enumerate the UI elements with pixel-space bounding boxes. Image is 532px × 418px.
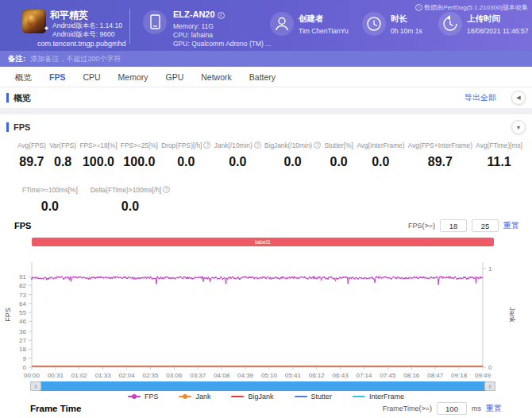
export-all-link[interactable]: 导出全部 — [465, 92, 496, 103]
metric-value: 100.0 — [79, 155, 117, 169]
svg-text:05:10: 05:10 — [261, 372, 278, 379]
help-icon[interactable]: ? — [203, 141, 210, 149]
help-icon[interactable]: ? — [163, 186, 170, 193]
frame-time-unit: ms — [472, 404, 481, 412]
svg-text:04:08: 04:08 — [214, 372, 230, 379]
fps-threshold-controls: FPS(>=) 重置 — [408, 219, 519, 232]
fps-panel-header: FPS ▼ — [0, 119, 532, 135]
svg-text:08:47: 08:47 — [427, 372, 444, 379]
overview-title: 概览 — [13, 92, 31, 104]
fps-threshold-input-1[interactable] — [440, 219, 467, 232]
legend-item-stutter[interactable]: Stutter — [295, 393, 333, 401]
legend-item-fps[interactable]: FPS — [128, 393, 159, 401]
metric-cell: FPS>=18[%]100.0 — [79, 141, 117, 169]
tab-battery[interactable]: Battery — [241, 67, 284, 87]
fps-chart-header: FPS FPS(>=) 重置 — [0, 218, 532, 234]
tab-network[interactable]: Network — [192, 67, 241, 87]
app-icon — [22, 10, 46, 33]
metric-label: Avg(FPS+InterFrame) — [408, 141, 472, 149]
svg-text:00:31: 00:31 — [48, 372, 64, 379]
info-icon: i — [415, 4, 422, 11]
device-memory: Memory: 11G — [173, 22, 214, 30]
section-accent-bar — [6, 122, 9, 132]
tab-fps[interactable]: FPS — [40, 67, 74, 87]
legend-item-bigjank[interactable]: BigJank — [231, 393, 273, 401]
collapse-left-button[interactable]: ◀ — [511, 91, 526, 105]
metrics-row-2: FTime>=100ms[%]0.0Delta(FTime)>100ms[/h]… — [22, 186, 170, 214]
frame-time-title: Frame Time — [30, 404, 81, 413]
legend-marker — [353, 396, 365, 397]
svg-text:06:43: 06:43 — [333, 372, 349, 379]
svg-text:07:14: 07:14 — [357, 372, 373, 379]
frame-time-threshold-controls: FrameTime(>=) ms 重置 — [383, 402, 502, 415]
svg-text:05:41: 05:41 — [285, 372, 302, 379]
fps-threshold-label: FPS(>=) — [408, 222, 435, 230]
svg-text:03:06: 03:06 — [166, 372, 183, 379]
chart-scrollbar[interactable]: || || — [30, 381, 495, 391]
scrollbar-handle-right[interactable]: || — [484, 381, 495, 391]
svg-text:02:04: 02:04 — [119, 372, 136, 379]
legend-label: Jank — [195, 393, 210, 401]
svg-text:46: 46 — [19, 318, 26, 325]
upload-time-value: 18/08/2021 11:46:57 — [467, 27, 528, 35]
svg-text:55: 55 — [19, 309, 26, 316]
svg-text:02:35: 02:35 — [142, 372, 159, 379]
frame-time-reset-link[interactable]: 重置 — [486, 403, 502, 414]
frame-time-threshold-label: FrameTime(>=) — [383, 404, 432, 412]
metric-label: FPS>=18[%] — [79, 141, 117, 149]
fps-chart-title: FPS — [14, 221, 31, 230]
tab-memory[interactable]: Memory — [110, 67, 157, 87]
device-info-icon[interactable]: i — [218, 12, 225, 19]
metric-value: 100.0 — [121, 155, 158, 169]
metric-value: 0.0 — [161, 155, 210, 169]
clock-icon — [362, 12, 386, 36]
tab-overview[interactable]: 概览 — [6, 67, 40, 87]
duration-label: 时长 — [391, 14, 407, 25]
help-icon[interactable]: ? — [254, 141, 261, 149]
svg-text:07:45: 07:45 — [380, 372, 396, 379]
scrollbar-handle-left[interactable]: || — [30, 381, 41, 391]
svg-text:9: 9 — [23, 355, 27, 362]
legend-label: Stutter — [311, 393, 333, 401]
svg-text:08:16: 08:16 — [403, 372, 420, 379]
metric-cell: BigJank(/10min)?0.0 — [264, 141, 321, 169]
device-gpu: GPU: Qualcomm Adreno (TM) ... — [173, 40, 271, 48]
metric-label: FTime>=100ms[%] — [22, 186, 78, 194]
fps-panel: FPS ▼ Avg(FPS)89.7Var(FPS)0.8FPS>=18[%]1… — [0, 114, 532, 418]
device-cpu: CPU: lahaina — [173, 31, 213, 39]
legend-item-jank[interactable]: Jank — [179, 393, 210, 401]
collapse-panel-button[interactable]: ▼ — [511, 120, 526, 134]
section-accent-bar — [6, 93, 9, 103]
app-version-code: Android版本号: 9600 — [52, 30, 114, 40]
header-divider — [129, 9, 130, 44]
diamond-bullet-icon: ◆ — [44, 25, 48, 30]
notes-bar[interactable]: 备注: 添加备注，不超过200个字符 — [0, 51, 532, 67]
chart-label1-bar[interactable]: label1 — [32, 238, 494, 246]
help-icon[interactable]: ? — [314, 141, 321, 149]
fps-panel-title: FPS — [13, 122, 30, 132]
metric-label: Drop(FPS)[/h]? — [161, 141, 210, 149]
fps-chart-canvas[interactable]: 918273645546362718901000:0000:3101:0201:… — [0, 248, 532, 380]
svg-text:01:33: 01:33 — [95, 372, 112, 379]
svg-text:36: 36 — [19, 328, 26, 335]
device-model: ELZ-AN20 i — [173, 10, 225, 19]
upload-time-label: 上传时间 — [467, 14, 500, 25]
metric-label: BigJank(/10min)? — [264, 141, 321, 149]
svg-text:82: 82 — [19, 282, 26, 289]
svg-text:1: 1 — [488, 265, 492, 273]
fps-reset-link[interactable]: 重置 — [503, 220, 519, 231]
metric-cell: Var(FPS)0.8 — [49, 141, 76, 169]
legend-item-interframe[interactable]: InterFrame — [353, 393, 404, 401]
metric-label: Avg(FPS) — [17, 141, 46, 149]
fps-threshold-input-2[interactable] — [472, 219, 499, 232]
metric-value: 0.0 — [324, 155, 353, 169]
svg-text:18: 18 — [19, 346, 26, 353]
tab-cpu[interactable]: CPU — [74, 67, 109, 87]
metric-value: 89.7 — [408, 155, 472, 169]
metric-label: Jank(/10min)? — [214, 141, 261, 149]
svg-text:27: 27 — [19, 337, 26, 344]
metric-cell: FTime>=100ms[%]0.0 — [22, 186, 78, 214]
svg-text:91: 91 — [19, 273, 26, 281]
frame-time-threshold-input[interactable] — [437, 402, 467, 415]
tab-gpu[interactable]: GPU — [157, 67, 193, 87]
